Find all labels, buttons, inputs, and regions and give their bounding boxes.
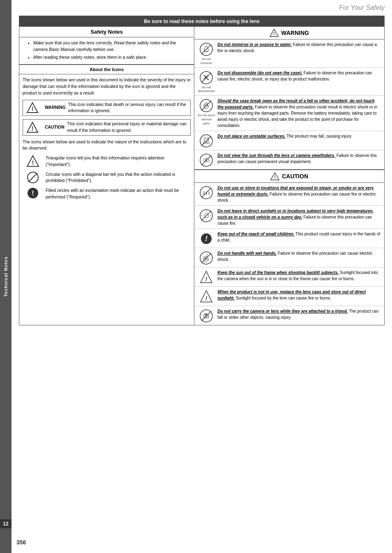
do-not-immerse-label: Do notimmerse [201,57,212,65]
triangular-icon-row: ! Triangular icons tell you that this in… [23,155,191,168]
svg-text:!: ! [205,276,208,282]
do-not-disassemble-label: Do notdisassemble [198,85,215,94]
filled-circle-icon-row: ! Filled circles with an exclamation mar… [23,187,191,200]
caution-item-7: Do not carry the camera or lens while th… [194,306,384,325]
warning-item-5: Do not view the sun through the lens or … [194,150,384,169]
svg-text:!: ! [205,235,208,243]
warning-item-1: Do notimmerse Do not immerse in or expos… [194,39,384,68]
nature-intro: The icons shown below are used to indica… [23,139,191,152]
do-not-touch-icon: Do not touchinternalparts [197,98,216,125]
caution-header-icon: ! [270,172,279,180]
caution-item-6: ! When the product is not in use, replac… [194,287,384,306]
svg-text:!: ! [274,175,276,180]
svg-point-27 [205,159,207,161]
caution-item-4: Do not handle with wet hands. Failure to… [194,248,384,267]
caution-header: ! CAUTION [194,170,384,183]
sidebar: Technical Notes [0,0,12,553]
triangular-icon-text: Triangular icons tell you that this info… [46,155,191,168]
about-icons-content: The icons shown below are used in this d… [19,74,194,206]
about-icons-title: About the Icons [19,65,194,74]
warning-badge-text: This icon indicates that death or seriou… [68,101,188,115]
caution-triangle-icon: ! [25,122,40,133]
prohibited-circle-icon [23,171,43,184]
page-container: Technical Notes For Your Safety Be sure … [0,0,392,553]
caution-item-5-text: Keep the sun out of the frame when shoot… [216,270,382,282]
svg-text:!: ! [32,159,34,166]
safety-bullet-1: Make sure that you use the lens correctl… [33,40,191,53]
caution-item-2: Do not leave in direct sunlight or in lo… [194,206,384,229]
left-column: Safety Notes Make sure that you use the … [19,27,194,325]
caution-item-7-text: Do not carry the camera or lens while th… [216,308,382,320]
attention-triangle-icon: ! [23,155,43,167]
backlit-sun-icon: ! [197,270,216,284]
right-column: ! WARNING [194,27,384,325]
do-not-touch-internal-label: Do not touchinternalparts [198,113,215,125]
svg-line-33 [201,211,211,221]
warning-header: ! WARNING [194,27,384,39]
warning-triangle-icon: ! [25,102,40,113]
page-number: 356 [16,539,26,546]
about-icons-intro: The icons shown below are used in this d… [23,77,191,96]
outer-box: Be sure to read these notes before using… [19,16,385,325]
caution-badge-label: CAUTION [45,124,65,131]
warning-item-3-text: Should the case break open as the result… [216,98,382,129]
caution-item-2-text: Do not leave in direct sunlight or in lo… [216,208,382,226]
circular-slash-icon-row: Circular icons with a diagonal bar tell … [23,171,191,184]
circular-icon-text: Circular icons with a diagonal bar tell … [46,171,191,184]
caution-item-4-text: Do not handle with wet hands. Failure to… [216,250,382,263]
warning-item-2-text: Do not disassemble (do not open the case… [216,70,382,82]
svg-text:!: ! [32,125,34,132]
page-header: For Your Safety [19,4,385,12]
no-steam-icon [197,185,216,200]
no-sunlight-storage-icon [197,208,216,223]
caution-icon-row: ! CAUTION This icon indicates that perso… [23,119,191,136]
page-tab: 12 [0,519,12,528]
caution-header-label: CAUTION [282,173,308,180]
caution-item-3-text: Keep out of the reach of small children.… [216,231,382,243]
warning-item-5-text: Do not view the sun through the lens or … [216,152,382,165]
svg-line-7 [28,173,37,182]
do-not-place-unstable-icon [197,133,216,148]
svg-text:!: ! [273,31,275,36]
do-not-immerse-icon: Do notimmerse [197,41,216,65]
svg-text:!: ! [32,190,34,197]
safety-bullets: Make sure that you use the lens correctl… [19,37,194,65]
svg-text:!: ! [205,295,208,302]
safety-notes-title: Safety Notes [19,27,194,37]
caution-item-5: ! Keep the sun out of the frame when sho… [194,267,384,287]
svg-text:!: ! [32,106,34,112]
caution-item-3: ! Keep out of the reach of small childre… [194,229,384,248]
filled-circle-icon-text: Filled circles with an exclamation mark … [46,187,191,200]
safety-bullet-2: After reading these safety notes, store … [33,54,191,61]
caution-badge-text: This icon indicates that personal injury… [67,121,188,134]
svg-point-43 [207,254,208,255]
no-wet-hands-icon [197,250,216,265]
warning-header-icon: ! [270,29,279,37]
svg-line-49 [201,311,211,321]
svg-line-31 [201,188,211,198]
caution-section: ! CAUTION [194,170,384,325]
warning-item-4-text: Do not place on unstable surfaces. The p… [216,133,382,139]
warning-section: ! WARNING [194,27,384,170]
warning-icon-row: ! WARNING This icon indicates that death… [23,100,191,116]
caution-item-6-text: When the product is not in use, replace … [216,289,382,301]
sidebar-label: Technical Notes [3,256,8,297]
warning-item-3: Do not touchinternalparts Should the cas… [194,96,384,131]
main-title: Be sure to read these notes before using… [19,16,384,27]
warning-item-2: Do notdisassemble Do not disassemble (do… [194,68,384,96]
main-content: For Your Safety Be sure to read these no… [12,0,392,553]
no-carry-tripod-icon [197,308,216,323]
warning-item-4: Do not place on unstable surfaces. The p… [194,131,384,150]
keep-from-children-icon: ! [197,231,216,246]
warning-item-1-text: Do not immerse in or expose to water. Fa… [216,41,382,54]
lens-caps-icon: ! [197,289,216,304]
caution-item-1-text: Do not use or store in locations that ar… [216,185,382,203]
warning-header-label: WARNING [281,30,309,36]
do-not-view-sun-icon [197,152,216,167]
do-not-disassemble-icon: Do notdisassemble [197,70,216,94]
two-col-layout: Safety Notes Make sure that you use the … [19,27,384,325]
required-filled-circle-icon: ! [23,187,43,199]
caution-item-1: Do not use or store in locations that ar… [194,183,384,206]
svg-rect-52 [205,313,207,314]
svg-line-21 [201,136,211,146]
